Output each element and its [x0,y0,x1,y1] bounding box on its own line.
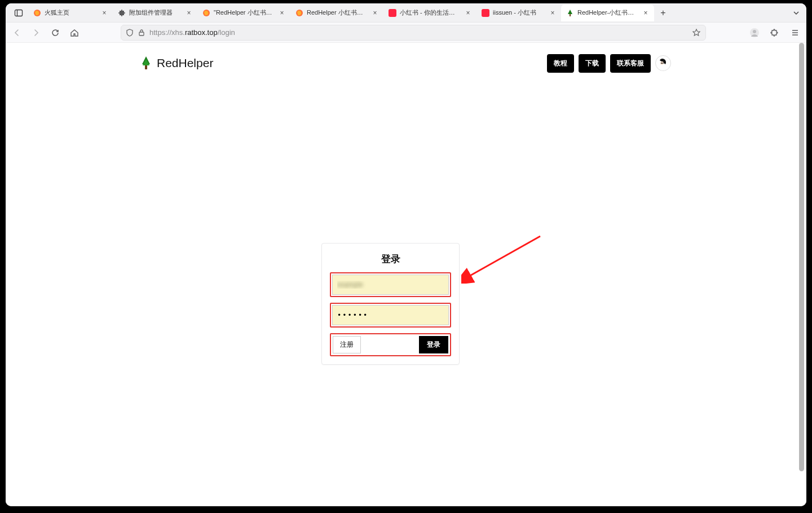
tab-title: 小红书 - 你的生活指南 [400,8,461,17]
login-title: 登录 [330,253,451,266]
close-icon[interactable]: × [278,9,286,17]
tab-overflow-button[interactable] [789,6,803,20]
browser-toolbar: https://xhs.ratbox.top/login [6,23,806,43]
firefox-icon [33,8,41,17]
username-highlight [330,272,451,297]
url-text: https://xhs.ratbox.top/login [149,28,687,37]
svg-point-21 [663,63,664,64]
scrollbar-thumb[interactable] [799,43,804,471]
shield-icon[interactable] [126,29,134,37]
tab-3[interactable]: RedHelper 小红书采集助手 – 下载 × [290,5,383,21]
extensions-icon[interactable] [768,26,782,39]
forward-button[interactable] [29,26,43,39]
app-menu-icon[interactable] [788,26,802,39]
brand-name: RedHelper [157,56,213,70]
tab-title: 火狐主页 [45,8,97,17]
puzzle-icon [117,8,126,17]
tab-2[interactable]: "RedHelper 小红书采集助手"的版 × [197,5,290,21]
password-input[interactable] [332,305,449,325]
tree-icon [566,8,574,17]
tab-6[interactable]: RedHelper-小红书视频、图片去水 × [561,5,654,21]
username-input[interactable] [332,275,449,295]
tab-title: RedHelper 小红书采集助手 – 下载 [307,8,368,17]
actions-highlight: 注册 登录 [330,333,451,356]
new-tab-button[interactable]: + [656,6,670,20]
tab-1[interactable]: 附加组件管理器 × [113,5,197,21]
avatar[interactable] [655,55,671,71]
svg-rect-8 [570,14,571,16]
brand[interactable]: RedHelper [141,56,213,70]
close-icon[interactable]: × [185,9,193,17]
svg-rect-0 [15,10,23,16]
tab-title: iissuen - 小红书 [493,8,545,17]
password-highlight [330,303,451,328]
firefox-icon [202,8,210,17]
svg-point-20 [661,63,662,64]
home-button[interactable] [68,26,81,39]
svg-rect-6 [482,9,489,17]
tab-title: "RedHelper 小红书采集助手"的版 [214,8,275,17]
reload-button[interactable] [48,26,62,39]
tab-0[interactable]: 火狐主页 × [28,5,113,21]
svg-line-23 [468,236,540,277]
sidebar-toggle-icon[interactable] [12,7,25,19]
close-icon[interactable]: × [100,9,108,17]
lock-icon[interactable] [138,29,145,37]
back-button[interactable] [10,26,24,39]
tab-title: RedHelper-小红书视频、图片去水 [577,8,638,17]
contact-button[interactable]: 联系客服 [610,54,651,73]
close-icon[interactable]: × [642,9,650,17]
svg-rect-5 [389,9,396,17]
svg-marker-7 [568,10,572,14]
tab-title: 附加组件管理器 [129,8,182,17]
login-card: 登录 注册 登录 [321,243,460,365]
firefox-icon [295,8,303,17]
tutorial-button[interactable]: 教程 [547,54,574,73]
tree-icon [141,56,151,70]
login-button[interactable]: 登录 [419,336,448,353]
header-actions: 教程 下载 联系客服 [547,54,671,73]
url-bar[interactable]: https://xhs.ratbox.top/login [121,25,706,41]
scrollbar[interactable] [800,43,805,506]
close-icon[interactable]: × [371,9,379,17]
annotation-arrow [461,233,546,284]
close-icon[interactable]: × [464,9,472,17]
download-button[interactable]: 下载 [579,54,606,73]
tab-4[interactable]: 小红书 - 你的生活指南 × [383,5,476,21]
svg-point-11 [753,30,756,33]
svg-rect-9 [139,32,144,36]
xiaohongshu-icon [481,8,489,17]
close-icon[interactable]: × [549,9,557,17]
svg-rect-17 [145,65,147,69]
site-header: RedHelper 教程 下载 联系客服 [141,50,671,77]
xiaohongshu-icon [388,8,396,17]
tab-5[interactable]: iissuen - 小红书 × [476,5,561,21]
account-icon[interactable] [748,26,761,39]
page-content: RedHelper 教程 下载 联系客服 登录 注册 登录 [6,43,806,506]
register-button[interactable]: 注册 [333,336,361,353]
browser-tabstrip: 火狐主页 × 附加组件管理器 × "RedHelper 小红书采集助手"的版 ×… [6,3,806,23]
bookmark-star-icon[interactable] [692,28,701,37]
